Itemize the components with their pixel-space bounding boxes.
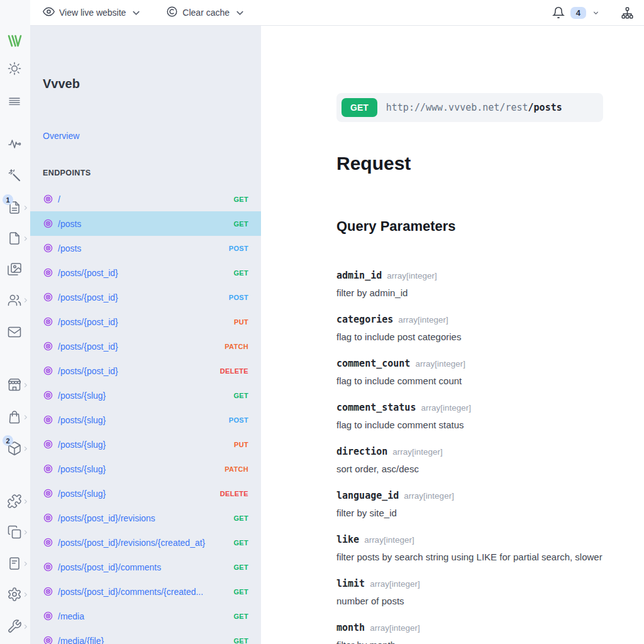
endpoint-item[interactable]: /posts/{slug}DELETE	[30, 481, 261, 506]
posts-icon[interactable]: 1	[7, 200, 23, 216]
vvveb-logo-icon[interactable]	[7, 33, 23, 50]
chevron-right-icon	[22, 445, 29, 452]
parameter-description: flag to include comment count	[336, 372, 619, 389]
query-parameter: directionarray[integer]sort order, asc/d…	[336, 443, 619, 477]
clear-cache-icon	[166, 6, 178, 19]
media-icon[interactable]	[7, 262, 23, 278]
endpoint-item[interactable]: /posts/{post_id}GET	[30, 260, 261, 285]
activity-icon[interactable]	[7, 136, 23, 152]
parameter-description: filter by admin_id	[336, 284, 619, 301]
parameter-name: like	[336, 534, 359, 545]
chevron-down-icon[interactable]	[592, 9, 600, 17]
endpoint-item[interactable]: /postsGET	[30, 211, 261, 236]
endpoint-item[interactable]: /posts/{post_id}/commentsGET	[30, 555, 261, 579]
endpoint-path: /media	[58, 611, 228, 621]
endpoint-bullseye-icon	[43, 537, 53, 548]
parameter-description: filter by site_id	[336, 504, 619, 521]
parameter-type: array[integer]	[370, 579, 420, 589]
forms-document-icon[interactable]	[7, 556, 23, 572]
endpoint-item[interactable]: /media/{file}GET	[30, 628, 261, 644]
endpoint-path: /posts/{slug}	[58, 440, 229, 450]
endpoint-method-badge: PATCH	[225, 465, 248, 473]
endpoint-path: /media/{file}	[58, 636, 228, 644]
parameter-type: array[integer]	[364, 535, 414, 545]
parameter-description: filter posts by search string using LIKE…	[336, 548, 619, 565]
endpoint-item[interactable]: /postsPOST	[30, 236, 261, 260]
endpoint-bullseye-icon	[43, 365, 53, 376]
endpoint-bullseye-icon	[43, 635, 53, 644]
users-icon[interactable]	[7, 292, 23, 309]
parameter-name: admin_id	[336, 270, 382, 281]
endpoints-section-label: ENDPOINTS	[43, 169, 91, 177]
endpoint-item[interactable]: /posts/{slug}PATCH	[30, 457, 261, 481]
endpoint-method-badge: DELETE	[220, 367, 248, 375]
chevron-right-icon	[22, 414, 29, 421]
plugins-puzzle-icon[interactable]	[7, 494, 23, 510]
endpoint-bullseye-icon	[43, 341, 53, 352]
request-base-url: http://www.vvveb.net/rest	[386, 102, 528, 113]
toolbar-left: View live website Clear cache	[30, 6, 552, 19]
endpoint-path: /posts/{post_id}	[58, 366, 215, 376]
sitemap-icon[interactable]	[621, 6, 634, 19]
toolbar-right: 4	[552, 6, 644, 19]
endpoint-item[interactable]: /posts/{slug}POST	[30, 408, 261, 432]
endpoint-method-badge: GET	[233, 564, 248, 571]
endpoint-path: /posts/{post_id}	[58, 317, 229, 327]
endpoint-item[interactable]: /posts/{post_id}PUT	[30, 309, 261, 334]
mail-icon[interactable]	[7, 325, 23, 341]
main-content: GET http://www.vvveb.net/rest/posts Requ…	[261, 25, 644, 644]
icon-rail: 12	[0, 0, 30, 644]
endpoint-item[interactable]: /mediaGET	[30, 604, 261, 628]
parameter-description: filter by month	[336, 636, 619, 644]
parameter-type: array[integer]	[404, 491, 454, 501]
endpoint-bullseye-icon	[43, 464, 53, 474]
endpoint-item[interactable]: /posts/{post_id}/comments/{created...GET	[30, 579, 261, 604]
endpoint-path: /posts/{post_id}/revisions	[58, 513, 228, 523]
endpoint-path: /posts/{slug}	[58, 415, 224, 425]
endpoint-item[interactable]: /posts/{slug}PUT	[30, 432, 261, 457]
endpoint-item[interactable]: /posts/{post_id}/revisionsGET	[30, 506, 261, 530]
overview-link[interactable]: Overview	[43, 131, 79, 141]
magic-wand-icon[interactable]	[7, 168, 23, 184]
endpoint-path: /posts/{post_id}	[58, 292, 224, 303]
store-icon[interactable]	[7, 377, 23, 394]
products-box-icon[interactable]: 2	[7, 441, 23, 457]
themes-copy-icon[interactable]	[7, 525, 23, 541]
endpoint-bullseye-icon	[43, 488, 53, 499]
endpoint-item[interactable]: /posts/{post_id}PATCH	[30, 334, 261, 358]
chevron-down-icon	[130, 7, 142, 19]
parameter-description: flag to include post categories	[336, 328, 619, 345]
pages-icon[interactable]	[7, 231, 23, 247]
endpoint-item[interactable]: /posts/{slug}GET	[30, 383, 261, 408]
notifications-bell-icon[interactable]	[552, 6, 565, 19]
endpoint-item[interactable]: /GET	[30, 187, 261, 211]
query-parameter: comment_statusarray[integer]flag to incl…	[336, 399, 619, 433]
endpoint-bullseye-icon	[43, 611, 53, 621]
orders-bag-icon[interactable]	[7, 409, 23, 426]
endpoint-path: /posts/{post_id}	[58, 268, 228, 278]
request-url-bar: GET http://www.vvveb.net/rest/posts	[336, 93, 603, 122]
endpoint-item[interactable]: /posts/{post_id}DELETE	[30, 358, 261, 383]
parameter-description: sort order, asc/desc	[336, 460, 619, 477]
theme-sun-icon[interactable]	[7, 61, 23, 77]
query-parameter: montharray[integer]filter by month	[336, 619, 619, 644]
method-badge: GET	[341, 98, 377, 117]
endpoint-item[interactable]: /posts/{post_id}POST	[30, 285, 261, 309]
parameter-name: comment_count	[336, 358, 410, 369]
view-live-website-button[interactable]: View live website	[43, 6, 142, 19]
top-toolbar: View live website Clear cache 4	[30, 0, 644, 26]
request-url: http://www.vvveb.net/rest/posts	[386, 102, 562, 113]
clear-cache-button[interactable]: Clear cache	[166, 6, 246, 19]
parameter-type: array[integer]	[398, 315, 448, 325]
endpoint-bullseye-icon	[43, 562, 53, 572]
menu-icon[interactable]	[7, 94, 23, 110]
query-parameter: categoriesarray[integer]flag to include …	[336, 311, 619, 345]
view-live-website-label: View live website	[59, 8, 126, 18]
settings-gear-icon[interactable]	[7, 587, 23, 603]
endpoint-item[interactable]: /posts/{post_id}/revisions/{created_at}G…	[30, 530, 261, 555]
notification-count-badge[interactable]: 4	[570, 7, 586, 19]
parameter-name: month	[336, 622, 365, 633]
endpoint-method-badge: GET	[233, 269, 248, 277]
tools-wrench-icon[interactable]	[7, 619, 23, 635]
query-parameters-list: admin_idarray[integer]filter by admin_id…	[336, 267, 619, 644]
